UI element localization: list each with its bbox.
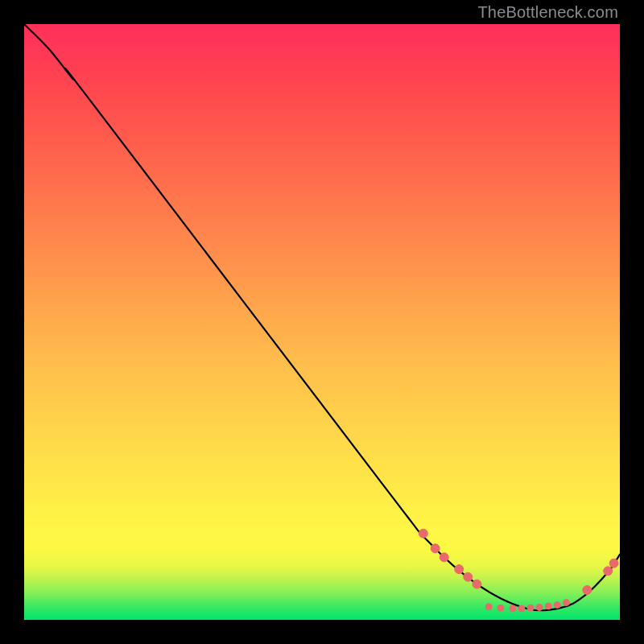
highlight-dot [554,602,560,609]
highlight-dots-ascending [583,559,618,594]
watermark-label: TheBottleneck.com [477,3,618,22]
highlight-dot [583,586,592,595]
plot-area [24,24,620,620]
highlight-dot [464,572,473,581]
bottleneck-curve [24,24,620,610]
highlight-dot [497,605,504,611]
highlight-dot [527,605,534,611]
highlight-dot [510,605,516,612]
chart-frame: TheBottleneck.com [0,0,644,644]
highlight-dot [604,567,613,576]
highlight-dot [536,604,543,610]
highlight-dot [455,565,464,574]
highlight-dot [518,605,525,612]
highlight-dots-bottom-row [485,600,569,612]
highlight-dot [431,544,440,553]
highlight-dots-descending [419,529,481,588]
highlight-dot [419,529,427,538]
curve-svg [24,24,620,620]
highlight-dot [545,603,551,609]
highlight-dot [609,559,618,568]
highlight-dot [563,600,569,606]
highlight-dot [485,604,492,610]
highlight-dot [473,580,481,588]
highlight-dot [440,553,448,562]
